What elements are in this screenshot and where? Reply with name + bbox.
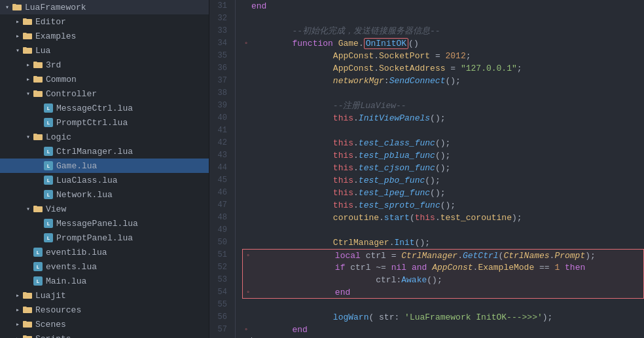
code-line-49 [241, 224, 644, 236]
lua-file-icon-messagepanel: L [43, 219, 54, 228]
tree-label-scenes: Scenes [35, 320, 66, 329]
tree-arrow-controller[interactable]: ▾ [24, 90, 33, 98]
tree-item-messagectrl[interactable]: LMessageCtrl.lua [0, 101, 209, 115]
tree-item-events[interactable]: Levents.lua [0, 259, 209, 274]
code-line-37: networkMgr:SendConnect(); [241, 75, 644, 87]
code-editor: 3132333435363738394041424344454647484950… [209, 0, 644, 338]
line-number-46: 46 [215, 187, 230, 199]
tree-arrow-lua[interactable]: ▾ [13, 47, 22, 54]
line-number-33: 33 [215, 25, 230, 37]
tree-arrow-3rd[interactable]: ▸ [24, 61, 33, 69]
tree-item-game[interactable]: LGame.lua [0, 159, 209, 173]
tree-item-lua[interactable]: ▾Lua [0, 43, 209, 58]
code-text-56: logWarn( str: 'LuaFramework InitOK--->>>… [251, 311, 644, 324]
code-text-33: --初始化完成，发送链接服务器信息-- [251, 25, 644, 37]
lua-file-icon-events: L [33, 262, 43, 271]
folder-icon-view [33, 204, 43, 214]
tree-item-common[interactable]: ▸Common [0, 72, 209, 86]
line-number-35: 35 [215, 50, 230, 62]
lua-file-icon-network: L [43, 190, 54, 199]
code-content: 3132333435363738394041424344454647484950… [209, 0, 644, 338]
code-line-47: this.test_sproto_func(); [241, 199, 644, 212]
tree-arrow-common[interactable]: ▸ [24, 75, 33, 83]
tree-label-logic: Logic [46, 132, 71, 142]
tree-item-promptctrl[interactable]: LPromptCtrl.lua [0, 115, 209, 130]
line-number-31: 31 [215, 0, 230, 12]
line-number-52: 52 [215, 261, 230, 274]
tree-arrow-logic[interactable]: ▾ [24, 133, 33, 141]
tree-label-lua: Lua [35, 46, 50, 56]
tree-item-controller[interactable]: ▾Controller [0, 86, 209, 101]
code-text-48: coroutine.start(this.test_coroutine); [251, 212, 644, 224]
code-line-42: this.test_class_func(); [241, 137, 644, 149]
code-text-47: this.test_sproto_func(); [251, 199, 644, 212]
tree-label-resources: Resources [35, 305, 81, 315]
tree-arrow-editor[interactable]: ▸ [13, 18, 22, 26]
code-line-50: CtrlManager.Init(); [241, 236, 644, 249]
tree-item-luaclass[interactable]: LLuaClass.lua [0, 173, 209, 187]
line-number-45: 45 [215, 174, 230, 187]
code-text-40: this.InitViewPanels(); [251, 112, 644, 124]
tree-item-scripts[interactable]: ▸Scripts [0, 331, 209, 338]
tree-label-scripts: Scripts [35, 334, 71, 339]
file-tree[interactable]: ▾LuaFramework▸Editor▸Examples▾Lua▸3rd▸Co… [0, 0, 209, 338]
tree-item-logic[interactable]: ▾Logic [0, 130, 209, 144]
tree-item-luajit[interactable]: ▸Luajit [0, 288, 209, 303]
tree-arrow-lua-framework[interactable]: ▾ [3, 3, 12, 11]
tree-label-promptpanel: PromptPanel.lua [56, 233, 133, 243]
tree-item-examples[interactable]: ▸Examples [0, 29, 209, 43]
tree-arrow-scripts[interactable]: ▸ [13, 335, 22, 338]
lua-file-icon-promptpanel: L [43, 233, 54, 242]
tree-item-main[interactable]: LMain.lua [0, 274, 209, 288]
gutter-54: ◦ [243, 286, 253, 299]
code-text-44: this.test_cjson_func(); [251, 162, 644, 174]
tree-item-scenes[interactable]: ▸Scenes [0, 317, 209, 331]
tree-label-3rd: 3rd [46, 60, 61, 70]
code-line-53: ctrl:Awake(); [242, 274, 644, 286]
tree-arrow-view[interactable]: ▾ [24, 205, 33, 213]
code-line-56: logWarn( str: 'LuaFramework InitOK--->>>… [241, 311, 644, 324]
folder-icon-resources [22, 305, 33, 314]
code-line-44: this.test_cjson_func(); [241, 162, 644, 174]
line-number-38: 38 [215, 87, 230, 100]
code-line-48: coroutine.start(this.test_coroutine); [241, 212, 644, 224]
line-number-32: 32 [215, 12, 230, 25]
tree-arrow-examples[interactable]: ▸ [13, 32, 22, 40]
folder-icon-lua [22, 46, 33, 55]
tree-arrow-resources[interactable]: ▸ [13, 306, 22, 314]
code-line-36: AppConst.SocketAddress = "127.0.0.1"; [241, 62, 644, 75]
code-line-51: ◦ local ctrl = CtrlManager.GetCtrl(CtrlN… [242, 249, 644, 261]
tree-item-editor[interactable]: ▸Editor [0, 14, 209, 29]
line-number-56: 56 [215, 311, 230, 324]
tree-item-lua-framework[interactable]: ▾LuaFramework [0, 0, 209, 14]
line-number-54: 54 [215, 286, 230, 299]
folder-icon-lua-framework [12, 3, 22, 12]
lua-file-icon-promptctrl: L [43, 118, 54, 127]
tree-item-messagepanel[interactable]: LMessagePanel.lua [0, 216, 209, 231]
line-number-41: 41 [215, 124, 230, 137]
tree-item-3rd[interactable]: ▸3rd [0, 58, 209, 72]
line-number-49: 49 [215, 224, 230, 236]
line-number-55: 55 [215, 299, 230, 311]
code-text-31: end [251, 0, 644, 12]
code-text-46: this.test_lpeg_func(); [251, 187, 644, 199]
line-number-34: 34 [215, 37, 230, 50]
tree-item-eventlib[interactable]: Leventlib.lua [0, 245, 209, 259]
tree-item-resources[interactable]: ▸Resources [0, 303, 209, 317]
code-text-55 [251, 299, 644, 311]
tree-arrow-scenes[interactable]: ▸ [13, 320, 22, 328]
tree-label-common: Common [46, 75, 77, 84]
tree-label-luajit: Luajit [35, 291, 66, 301]
code-text-49 [251, 224, 644, 236]
tree-item-promptpanel[interactable]: LPromptPanel.lua [0, 231, 209, 245]
line-number-57: 57 [215, 324, 230, 336]
tree-item-view[interactable]: ▾View [0, 202, 209, 216]
code-line-34: ◦ function Game.OnInitOK() [241, 37, 644, 50]
code-text-41 [251, 124, 644, 137]
code-text-34: function Game.OnInitOK() [251, 37, 644, 50]
tree-item-network[interactable]: LNetwork.lua [0, 187, 209, 202]
tree-item-ctrlmanager[interactable]: LCtrlManager.lua [0, 144, 209, 159]
tree-label-eventlib: eventlib.lua [46, 248, 107, 257]
code-line-31: end [241, 0, 644, 12]
tree-arrow-luajit[interactable]: ▸ [13, 291, 22, 299]
